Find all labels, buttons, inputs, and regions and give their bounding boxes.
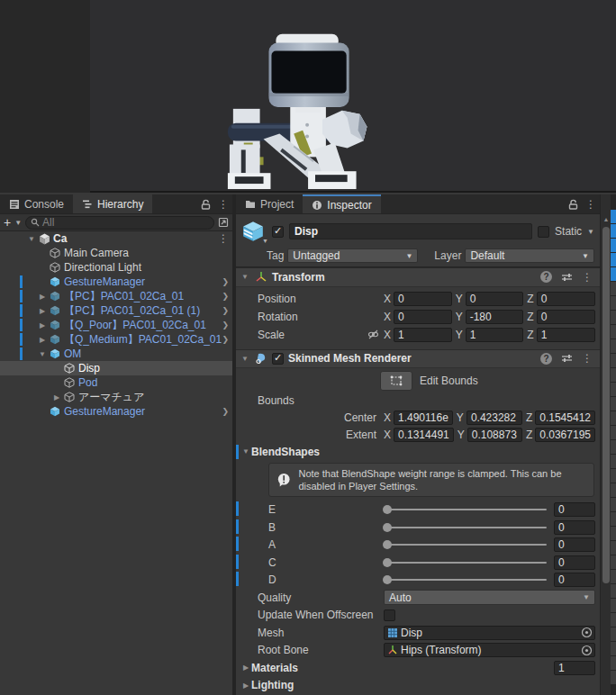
gameobject-icon[interactable]: ▼ xyxy=(241,220,267,243)
lighting-row[interactable]: ▶ Lighting xyxy=(236,676,600,694)
slider-value-field[interactable]: 0 xyxy=(554,502,595,517)
position-x-field[interactable]: 0 xyxy=(394,292,452,306)
gameobject-name-field[interactable]: Disp xyxy=(289,223,532,239)
expander-closed-icon[interactable]: ▶ xyxy=(36,336,49,344)
presets-icon[interactable] xyxy=(561,353,573,364)
smr-enabled-checkbox[interactable] xyxy=(272,353,284,365)
scale-y-field[interactable]: 1 xyxy=(466,328,524,342)
inspector-scrollbar[interactable]: ▲ xyxy=(600,194,611,695)
object-picker-icon[interactable] xyxy=(581,645,593,656)
scene-menu-icon[interactable]: ⋮ xyxy=(218,232,229,245)
quality-dropdown[interactable]: Auto▼ xyxy=(384,590,595,605)
tree-row[interactable]: ▶ 【PC】PAC01_02Ca_01 (1) ❯ xyxy=(0,303,232,318)
tab-inspector[interactable]: Inspector xyxy=(303,194,380,213)
slider-handle[interactable] xyxy=(383,540,392,549)
slider-handle[interactable] xyxy=(383,523,392,532)
smr-header[interactable]: ▼ Skinned Mesh Renderer ? ⋮ xyxy=(236,349,600,369)
tree-row[interactable]: GestureManager ❯ xyxy=(0,404,232,419)
expander-closed-icon[interactable]: ▶ xyxy=(36,321,49,329)
tree-row[interactable]: Directional Light xyxy=(0,260,232,275)
slider-track[interactable] xyxy=(384,579,547,581)
blendshapes-foldout[interactable]: ▼ BlendShapes xyxy=(236,444,600,460)
robot-model[interactable] xyxy=(207,0,423,191)
slider-handle[interactable] xyxy=(383,575,392,584)
prefab-chevron-icon[interactable]: ❯ xyxy=(222,407,229,416)
tree-row[interactable]: GestureManager ❯ xyxy=(0,275,232,289)
prefab-chevron-icon[interactable]: ❯ xyxy=(222,306,229,315)
materials-count-field[interactable]: 1 xyxy=(554,661,595,675)
expander-closed-icon[interactable]: ▶ xyxy=(36,293,49,301)
tag-dropdown[interactable]: Untagged▼ xyxy=(287,248,418,263)
offscreen-checkbox[interactable] xyxy=(384,609,395,621)
scrollbar-thumb[interactable] xyxy=(602,227,610,583)
slider-value-field[interactable]: 0 xyxy=(554,537,595,552)
layer-dropdown[interactable]: Default▼ xyxy=(465,248,594,263)
add-dropdown-icon[interactable]: ▼ xyxy=(14,219,22,227)
slider-track[interactable] xyxy=(384,509,547,510)
tree-row[interactable]: Main Camera xyxy=(0,246,232,260)
help-icon[interactable]: ? xyxy=(540,271,552,283)
expander-closed-icon[interactable]: ▶ xyxy=(36,307,49,315)
expander-open-icon[interactable]: ▼ xyxy=(36,350,49,358)
component-menu-icon[interactable]: ⋮ xyxy=(582,271,593,284)
tab-console[interactable]: Console xyxy=(0,194,73,213)
center-y-field[interactable]: 0.423282 xyxy=(467,411,522,425)
add-object-button[interactable]: + xyxy=(4,216,11,229)
component-menu-icon[interactable]: ⋮ xyxy=(582,352,593,365)
rotation-x-field[interactable]: 0 xyxy=(394,310,452,324)
extent-y-field[interactable]: 0.108873 xyxy=(467,428,522,442)
tree-row-selected[interactable]: Disp xyxy=(0,361,232,375)
mesh-object-field[interactable]: Disp xyxy=(384,626,595,640)
hierarchy-search-input[interactable]: All xyxy=(25,216,214,230)
expander-closed-icon[interactable]: ▶ xyxy=(240,681,251,690)
prefab-chevron-icon[interactable]: ❯ xyxy=(222,320,229,329)
object-picker-icon[interactable] xyxy=(581,627,593,638)
slider-track[interactable] xyxy=(384,527,547,528)
unlock-icon[interactable] xyxy=(201,199,211,210)
menu-dots-icon[interactable]: ⋮ xyxy=(585,198,596,211)
static-dropdown-icon[interactable]: ▼ xyxy=(587,228,594,236)
rotation-z-field[interactable]: 0 xyxy=(537,310,595,324)
slider-value-field[interactable]: 0 xyxy=(554,555,595,570)
expander-open-icon[interactable]: ▼ xyxy=(240,273,250,281)
expander-open-icon[interactable]: ▼ xyxy=(240,355,250,363)
scale-z-field[interactable]: 1 xyxy=(537,328,595,342)
presets-icon[interactable] xyxy=(561,272,573,283)
slider-handle[interactable] xyxy=(383,558,392,567)
tab-hierarchy[interactable]: Hierarchy xyxy=(73,194,152,213)
prefab-chevron-icon[interactable]: ❯ xyxy=(222,277,229,286)
static-checkbox[interactable] xyxy=(538,226,549,238)
scale-x-field[interactable]: 1 xyxy=(394,328,452,342)
tree-row[interactable]: Pod xyxy=(0,375,232,390)
expander-open-icon[interactable]: ▼ xyxy=(240,447,251,456)
expander-closed-icon[interactable]: ▶ xyxy=(50,393,63,402)
icon-dropdown-caret[interactable]: ▼ xyxy=(262,238,268,244)
prefab-chevron-icon[interactable]: ❯ xyxy=(222,335,229,344)
slider-value-field[interactable]: 0 xyxy=(554,573,595,587)
scene-view[interactable] xyxy=(0,0,616,193)
slider-track[interactable] xyxy=(384,562,547,564)
rootbone-object-field[interactable]: Hips (Transform) xyxy=(384,643,595,657)
extent-z-field[interactable]: 0.0367195 xyxy=(535,428,595,442)
slider-track[interactable] xyxy=(384,544,547,546)
edit-bounds-button[interactable] xyxy=(380,371,412,391)
help-icon[interactable]: ? xyxy=(540,353,552,365)
slider-value-field[interactable]: 0 xyxy=(554,520,595,535)
tree-row[interactable]: ▶ 【Q_Medium】PAC01_02Ca_01 ❯ xyxy=(0,332,232,347)
center-z-field[interactable]: 0.1545412 xyxy=(535,411,595,425)
center-x-field[interactable]: 1.490116e xyxy=(394,411,453,425)
tree-row[interactable]: ▼ OM xyxy=(0,347,232,361)
tree-row[interactable]: ▶ 【Q_Poor】PAC01_02Ca_01 ❯ xyxy=(0,318,232,332)
slider-handle[interactable] xyxy=(383,505,392,514)
expander-open-icon[interactable]: ▼ xyxy=(25,235,38,243)
tree-row[interactable]: ▶ 【PC】PAC01_02Ca_01 ❯ xyxy=(0,289,232,303)
materials-row[interactable]: ▶ Materials 1 xyxy=(236,659,600,677)
tab-project[interactable]: Project xyxy=(236,194,303,213)
scene-picking-icon[interactable] xyxy=(218,217,229,228)
active-checkbox[interactable] xyxy=(272,226,284,238)
constrain-proportions-icon[interactable] xyxy=(367,329,379,340)
extent-x-field[interactable]: 0.1314491 xyxy=(394,428,454,442)
rotation-y-field[interactable]: -180 xyxy=(466,310,524,324)
unlock-icon[interactable] xyxy=(568,199,578,210)
menu-dots-icon[interactable]: ⋮ xyxy=(218,198,229,211)
